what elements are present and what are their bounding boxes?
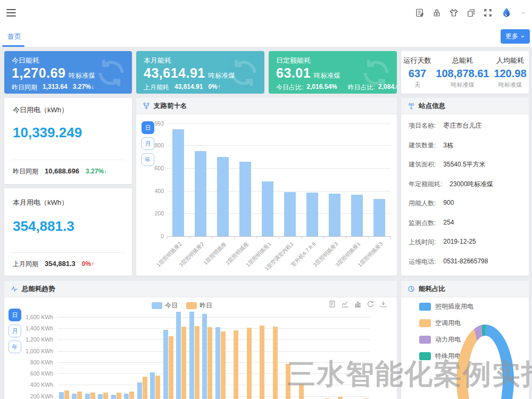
x-axis-tick xyxy=(167,236,168,239)
menu-toggle-icon[interactable] xyxy=(6,9,16,16)
stat-card-delta: 0%↑ xyxy=(208,83,220,92)
trend-chart-legend: 今日昨日 xyxy=(152,301,212,310)
fullscreen-icon[interactable] xyxy=(483,8,493,18)
trend-bar-yesterday xyxy=(143,377,147,399)
branch-bar xyxy=(284,192,296,236)
site-info-value: 254 xyxy=(443,219,454,228)
stat-card-title: 今日能耗 xyxy=(12,56,39,65)
trend-bar-yesterday xyxy=(207,327,212,399)
gridline xyxy=(167,145,390,146)
branch-bar xyxy=(351,195,363,236)
panel-title: 站点信息 xyxy=(419,102,445,111)
branch-bar xyxy=(306,193,318,236)
gridline xyxy=(57,328,370,329)
panel-title: 能耗占比 xyxy=(419,285,445,294)
trend-bar-today xyxy=(137,383,142,399)
usage-card-month: 本月用电（kWh） 354,881.3 上月同期 354,881.3 0%↑ xyxy=(4,188,132,276)
legend-item-今日[interactable]: 今日 xyxy=(152,301,178,310)
trend-bar-yesterday xyxy=(155,376,160,399)
legend-label: 昨日 xyxy=(200,301,212,310)
y-axis-label: 200 KWh xyxy=(20,393,53,399)
branch-bar xyxy=(172,129,184,236)
data-view-icon[interactable] xyxy=(328,300,336,308)
site-info-label: 建筑数量: xyxy=(409,141,436,150)
trend-bar-yesterday xyxy=(169,336,173,399)
tab-home[interactable]: 首页 xyxy=(7,32,21,41)
stat-card-title: 日定额能耗 xyxy=(276,56,311,65)
recycle-icon xyxy=(227,56,260,89)
site-info-row: 建筑数量:3栋 xyxy=(409,141,523,150)
energy-trend-panel: 总能耗趋势 今日昨日 日月年 200 KWh400 KWh600 KWh800 … xyxy=(4,281,397,399)
legend-item-昨日[interactable]: 昨日 xyxy=(186,301,212,310)
x-axis-tick xyxy=(323,236,324,239)
pie-legend-item-照明插座用电[interactable]: 照明插座用电 xyxy=(419,302,473,311)
site-info-row: 运维电话:0531-82665798 xyxy=(409,257,523,267)
trend-bar-today xyxy=(98,394,103,399)
lock-icon[interactable] xyxy=(432,8,442,18)
site-info-label: 年定额能耗: xyxy=(409,180,442,189)
legend-swatch xyxy=(186,302,197,309)
divider xyxy=(11,160,126,160)
site-info-row: 用能人数:900 xyxy=(409,199,523,208)
branch-tree-icon xyxy=(143,102,150,110)
pie-legend-item-空调用电[interactable]: 空调用电 xyxy=(419,319,473,328)
y-axis-label: 200 xyxy=(144,210,164,217)
bar-chart-icon[interactable] xyxy=(354,300,362,308)
panel-header: 站点信息 xyxy=(401,98,529,114)
copy-files-icon[interactable] xyxy=(466,8,476,18)
period-button-月[interactable]: 月 xyxy=(9,325,21,337)
download-icon[interactable] xyxy=(379,300,387,308)
divider xyxy=(11,252,126,253)
trend-bar-yesterday xyxy=(260,326,264,399)
period-button-日[interactable]: 日 xyxy=(9,309,21,321)
pulse-icon xyxy=(11,285,18,293)
x-axis-tick xyxy=(212,236,212,239)
branch-bar xyxy=(195,151,206,236)
legend-label: 特殊用电 xyxy=(435,352,461,361)
trend-bar-yesterday xyxy=(181,327,186,399)
stat-card-today-energy: 今日能耗 1,270.69吨标准煤 昨日同期1,313.643.27%↓ xyxy=(4,51,132,94)
branch-bar-chart: 02004006008009931层照明插座23层照明插座21层照明插座2层照明… xyxy=(167,123,390,236)
trend-bar-today xyxy=(163,330,168,399)
chevron-down-icon[interactable] xyxy=(520,10,527,16)
brand-logo-water-drop[interactable] xyxy=(500,6,513,19)
stat-card-value: 43,614.91 xyxy=(144,65,205,80)
theme-shirt-icon[interactable] xyxy=(449,8,459,18)
branch-top10-panel: 支路前十名 日月年 02004006008009931层照明插座23层照明插座2… xyxy=(136,98,397,276)
site-info-row: 年定额能耗:23000吨标准煤 xyxy=(409,180,523,189)
site-info-row: 上线时间:2019-12-25 xyxy=(409,238,523,247)
gridline xyxy=(57,373,370,374)
more-button[interactable]: 更多 xyxy=(501,29,530,44)
usage-compare-value: 10,688.696 xyxy=(45,167,79,175)
dashboard-content: 今日能耗 1,270.69吨标准煤 昨日同期1,313.643.27%↓ 本月能… xyxy=(0,47,532,399)
y-axis-label: 400 xyxy=(144,188,164,194)
period-button-年[interactable]: 年 xyxy=(142,153,154,166)
site-info-label: 运维电话: xyxy=(409,257,436,267)
y-axis-label: 0 xyxy=(144,233,164,239)
line-chart-icon[interactable] xyxy=(341,300,349,308)
restore-refresh-icon[interactable] xyxy=(367,300,375,308)
period-button-年[interactable]: 年 xyxy=(9,340,21,353)
trend-bar-today xyxy=(202,314,207,399)
trend-bar-yesterday xyxy=(247,328,252,399)
usage-compare-label: 上月同期 xyxy=(13,260,38,269)
usage-delta: 0%↑ xyxy=(82,260,94,268)
site-info-value: 35540.5平方米 xyxy=(443,160,485,169)
trend-bar-yesterday xyxy=(90,393,95,399)
trend-bar-today xyxy=(215,327,220,399)
site-info-value: 0531-82665798 xyxy=(443,257,488,267)
site-info-label: 上线时间: xyxy=(409,238,436,247)
trend-bar-today xyxy=(189,312,194,399)
usage-card-title: 今日用电（kWh） xyxy=(13,105,68,115)
notepad-tool-icon[interactable] xyxy=(415,8,425,18)
usage-compare-label: 昨日同期 xyxy=(13,167,38,176)
x-axis-tick xyxy=(189,236,190,239)
trend-bar-yesterday xyxy=(338,397,343,399)
recycle-icon xyxy=(95,56,128,89)
x-axis-tick xyxy=(234,236,235,239)
legend-label: 今日 xyxy=(165,301,178,310)
energy-share-panel: 能耗占比 照明插座用电空调用电动力用电特殊用电 xyxy=(401,281,529,399)
y-axis-label: 800 KWh xyxy=(20,359,53,365)
stat-card-sub-value: 2,016.54% xyxy=(306,83,337,92)
tab-active-underline xyxy=(2,45,24,47)
